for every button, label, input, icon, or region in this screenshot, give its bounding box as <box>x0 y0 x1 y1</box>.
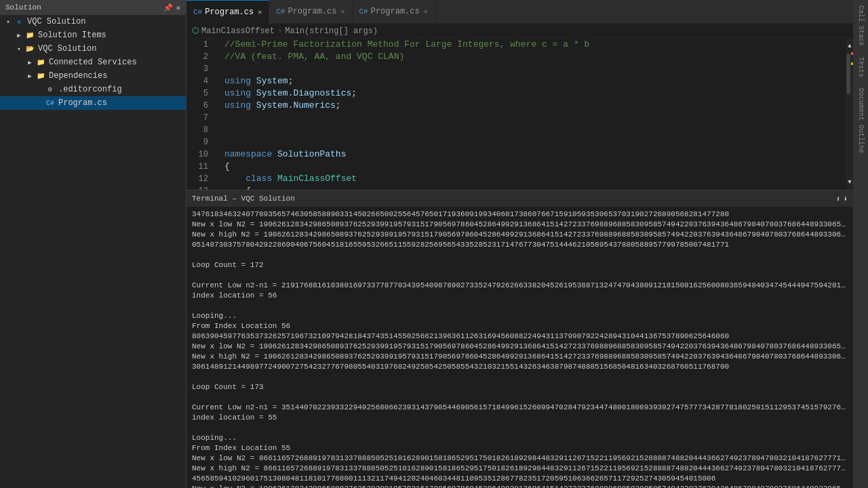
terminal-line: Current Low n2-n1 = 21917688161038016973… <box>192 281 848 291</box>
sidebar-item-editorconfig[interactable]: ⚙ .editorconfig <box>0 83 186 96</box>
arrow-right-icon-3: ▶ <box>24 70 35 81</box>
sidebar-item-connected-services[interactable]: ▶ 📁 Connected Services <box>0 56 186 69</box>
terminal-line: 0514873037578042922869040675604518165595… <box>192 240 848 250</box>
terminal-panel: Terminal – VQC Solution ⬆ ⬇ 347618346324… <box>186 190 853 488</box>
cs-file-icon: C# <box>45 98 56 108</box>
terminal-line: Loop Count = 172 <box>192 260 848 270</box>
tab-label-1: Program.cs <box>205 7 254 17</box>
arrow-down-icon: ▾ <box>3 16 14 27</box>
program-cs-label: Program.cs <box>58 98 107 108</box>
terminal-line <box>192 423 848 433</box>
sidebar-item-vqc-solution-root[interactable]: ▾ ◈ VQC Solution <box>0 15 186 28</box>
terminal-line: Current Low n2-n1 = 35144070223933229492… <box>192 403 848 413</box>
tab-program-cs-3[interactable]: C# Program.cs ✕ <box>353 0 435 24</box>
terminal-line: From Index Location 56 <box>192 321 848 331</box>
terminal-line <box>192 392 848 403</box>
terminal-line: New x low N2 = 1906261283429865089376252… <box>192 484 848 488</box>
breadcrumb-class[interactable]: MainClassOffset <box>201 26 275 36</box>
arrow-right-icon: ▶ <box>14 30 24 41</box>
terminal-collapse-icon[interactable]: ⬇ <box>843 195 848 203</box>
terminal-title-bar: Terminal – VQC Solution ⬆ ⬇ <box>186 190 853 207</box>
terminal-line <box>192 270 848 281</box>
sidebar-title-bar: Solution 📌 ✕ <box>0 0 186 15</box>
terminal-line: New x high N2 = 190626128342986508937625… <box>192 230 848 240</box>
scroll-thumb[interactable] <box>846 54 850 94</box>
error-marker <box>851 52 853 55</box>
terminal-line: 3061489121449897724900727542327767980554… <box>192 362 848 372</box>
terminal-line: 4565859410296017513080481181017768001113… <box>192 474 848 484</box>
pin-icon[interactable]: 📌 <box>163 3 173 12</box>
terminal-line: New x low N2 = 8661165726889197831337888… <box>192 453 848 464</box>
breadcrumb-sep: › <box>277 26 282 36</box>
folder-icon: 📁 <box>24 30 35 41</box>
terminal-line <box>192 301 848 311</box>
code-editor[interactable]: 123456789101112131415 //Semi-Prime Facto… <box>186 39 853 190</box>
terminal-line: From Index Location 55 <box>192 443 848 453</box>
arrow-right-icon-2: ▶ <box>24 57 35 68</box>
sidebar-title-text: Solution <box>5 3 41 12</box>
tab-program-cs-1[interactable]: C# Program.cs ✕ <box>186 0 269 24</box>
terminal-line: New x low N2 = 1906261283429865089376252… <box>192 220 848 230</box>
terminal-line: 3476183463240778935657463058588903314502… <box>192 209 848 220</box>
vqc-solution-root-label: VQC Solution <box>27 17 85 26</box>
sidebar-item-dependencies[interactable]: ▶ 📁 Dependencies <box>0 69 186 83</box>
terminal-expand-icon[interactable]: ⬆ <box>836 195 841 203</box>
tab-label-2: Program.cs <box>288 7 336 16</box>
editorconfig-label: .editorconfig <box>58 85 122 94</box>
breadcrumb-method[interactable]: Main(string[] args) <box>285 26 378 36</box>
vertical-scrollbar[interactable]: ▲ ▼ <box>846 39 853 190</box>
terminal-content[interactable]: 3476183463240778935657463058588903314502… <box>186 207 853 488</box>
sidebar-item-solution-items[interactable]: ▶ 📁 Solution Items <box>0 28 186 42</box>
terminal-line: Loop Count = 173 <box>192 382 848 392</box>
terminal-line: New x low N2 = 1906261283429865089376252… <box>192 342 848 352</box>
terminal-line: Looping... <box>192 433 848 443</box>
arrow-down-icon-2: ▾ <box>14 43 24 54</box>
vqc-solution-folder-label: VQC Solution <box>38 44 96 54</box>
config-file-icon: ⚙ <box>45 84 56 95</box>
tree-root: ▾ ◈ VQC Solution ▶ 📁 Solution Items ▾ 📂 … <box>0 15 186 110</box>
terminal-line: New x high N2 = 190626128342986508937625… <box>192 352 848 362</box>
close-sidebar-icon[interactable]: ✕ <box>176 3 180 12</box>
line-numbers: 123456789101112131415 <box>186 39 219 190</box>
tab-program-cs-2[interactable]: C# Program.cs ✕ <box>269 0 352 24</box>
solution-icon: ◈ <box>14 16 24 27</box>
solution-items-label: Solution Items <box>38 30 106 40</box>
tab-cs-icon-2: C# <box>276 7 285 16</box>
deps-folder-icon: 📁 <box>35 70 46 81</box>
terminal-line <box>192 250 848 260</box>
terminal-line: 8063904597763537326257196732109794281843… <box>192 331 848 342</box>
terminal-line: Looping... <box>192 311 848 321</box>
sidebar-item-program-cs[interactable]: C# Program.cs <box>0 96 186 110</box>
scroll-down-arrow[interactable]: ▼ <box>848 176 851 188</box>
content-area: C# Program.cs ✕ C# Program.cs ✕ C# Progr… <box>186 0 853 488</box>
indent-spacer <box>34 84 45 95</box>
terminal-title: Terminal – VQC Solution <box>192 195 295 203</box>
terminal-controls: ⬆ ⬇ <box>836 195 848 203</box>
terminal-line <box>192 372 848 382</box>
sidebar-item-vqc-solution-folder[interactable]: ▾ 📂 VQC Solution <box>0 42 186 56</box>
right-tools-panel: Call Stack Tests Document Outline <box>853 0 868 488</box>
code-content[interactable]: //Semi-Prime Factorization Method For La… <box>219 39 812 190</box>
document-outline-tab[interactable]: Document Outline <box>856 85 866 156</box>
folder-open-icon: 📂 <box>24 43 35 54</box>
tab-cs-icon-3: C# <box>359 7 368 16</box>
solution-explorer: Solution 📌 ✕ ▾ ◈ VQC Solution ▶ 📁 Soluti… <box>0 0 186 488</box>
breadcrumb-icon: ⬡ <box>192 26 199 36</box>
scroll-up-arrow[interactable]: ▲ <box>848 40 851 52</box>
tab-close-1[interactable]: ✕ <box>258 8 262 16</box>
tab-bar: C# Program.cs ✕ C# Program.cs ✕ C# Progr… <box>186 0 853 24</box>
dependencies-label: Dependencies <box>49 71 107 81</box>
tab-label-3: Program.cs <box>371 7 420 16</box>
minimap <box>812 39 846 190</box>
tab-cs-icon-1: C# <box>193 8 202 16</box>
connected-folder-icon: 📁 <box>35 57 46 68</box>
breadcrumb: ⬡ MainClassOffset › Main(string[] args) <box>186 24 853 39</box>
connected-services-label: Connected Services <box>49 58 137 67</box>
terminal-line: New x high N2 = 866116572688919783133788… <box>192 464 848 474</box>
terminal-line: index location = 56 <box>192 291 848 301</box>
tab-close-3[interactable]: ✕ <box>424 7 428 16</box>
terminal-line: index location = 55 <box>192 413 848 423</box>
call-stack-tab[interactable]: Call Stack <box>856 3 866 49</box>
tests-tab[interactable]: Tests <box>856 54 866 80</box>
tab-close-2[interactable]: ✕ <box>340 7 344 16</box>
